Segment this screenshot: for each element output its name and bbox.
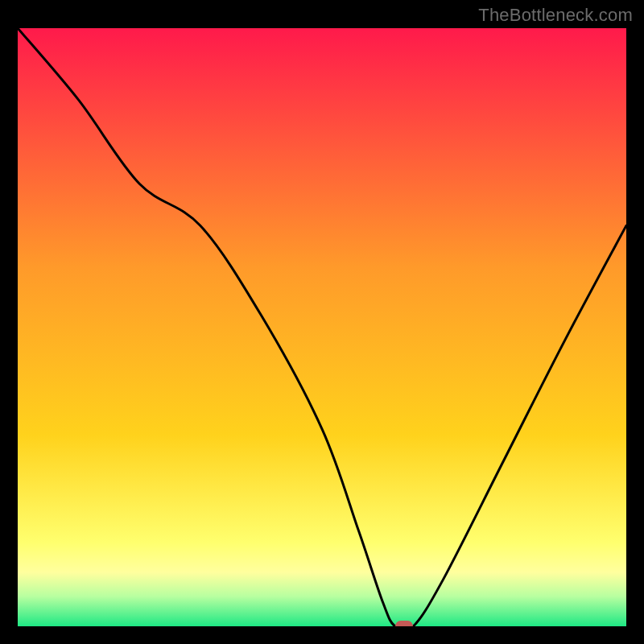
optimal-point-marker <box>395 621 413 626</box>
plot-area <box>18 28 626 626</box>
chart-stage: TheBottleneck.com <box>0 0 644 644</box>
watermark-text: TheBottleneck.com <box>478 5 633 26</box>
bottleneck-curve <box>18 28 626 626</box>
